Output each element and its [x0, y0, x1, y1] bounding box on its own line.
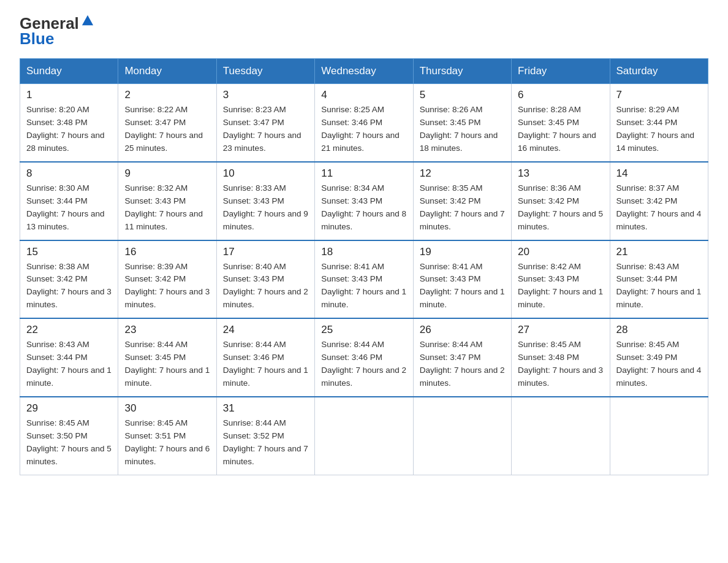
calendar-cell: 28 Sunrise: 8:45 AMSunset: 3:49 PMDaylig… — [610, 318, 708, 397]
calendar-cell: 27 Sunrise: 8:45 AMSunset: 3:48 PMDaylig… — [512, 318, 610, 397]
day-info: Sunrise: 8:22 AMSunset: 3:47 PMDaylight:… — [124, 104, 210, 155]
calendar-cell: 6 Sunrise: 8:28 AMSunset: 3:45 PMDayligh… — [512, 84, 610, 162]
day-info: Sunrise: 8:34 AMSunset: 3:43 PMDaylight:… — [321, 182, 406, 234]
day-info: Sunrise: 8:45 AMSunset: 3:50 PMDaylight:… — [26, 417, 112, 469]
day-number: 9 — [124, 167, 210, 180]
day-number: 21 — [616, 246, 702, 258]
calendar-cell: 18 Sunrise: 8:41 AMSunset: 3:43 PMDaylig… — [315, 240, 413, 319]
calendar-cell: 21 Sunrise: 8:43 AMSunset: 3:44 PMDaylig… — [610, 240, 708, 319]
day-info: Sunrise: 8:36 AMSunset: 3:42 PMDaylight:… — [518, 182, 603, 234]
day-number: 28 — [616, 324, 702, 336]
calendar-cell — [413, 397, 511, 475]
calendar-week-2: 8 Sunrise: 8:30 AMSunset: 3:44 PMDayligh… — [20, 162, 708, 240]
calendar-cell: 3 Sunrise: 8:23 AMSunset: 3:47 PMDayligh… — [216, 84, 314, 162]
day-number: 11 — [321, 167, 406, 180]
day-info: Sunrise: 8:45 AMSunset: 3:51 PMDaylight:… — [124, 417, 210, 469]
day-info: Sunrise: 8:44 AMSunset: 3:46 PMDaylight:… — [321, 339, 406, 390]
day-number: 3 — [223, 89, 308, 101]
calendar-cell — [315, 397, 413, 475]
day-info: Sunrise: 8:41 AMSunset: 3:43 PMDaylight:… — [321, 261, 406, 312]
day-number: 5 — [420, 89, 505, 101]
calendar-header-row: SundayMondayTuesdayWednesdayThursdayFrid… — [20, 59, 708, 84]
day-number: 30 — [124, 402, 210, 415]
day-number: 4 — [321, 89, 406, 101]
day-info: Sunrise: 8:25 AMSunset: 3:46 PMDaylight:… — [321, 104, 406, 155]
day-number: 2 — [124, 89, 210, 101]
day-number: 10 — [223, 167, 308, 180]
day-info: Sunrise: 8:32 AMSunset: 3:43 PMDaylight:… — [124, 182, 210, 234]
calendar-cell: 26 Sunrise: 8:44 AMSunset: 3:47 PMDaylig… — [413, 318, 511, 397]
calendar-cell: 9 Sunrise: 8:32 AMSunset: 3:43 PMDayligh… — [118, 162, 216, 240]
calendar-cell: 14 Sunrise: 8:37 AMSunset: 3:42 PMDaylig… — [610, 162, 708, 240]
day-info: Sunrise: 8:37 AMSunset: 3:42 PMDaylight:… — [616, 182, 702, 234]
day-info: Sunrise: 8:20 AMSunset: 3:48 PMDaylight:… — [26, 104, 112, 155]
day-info: Sunrise: 8:30 AMSunset: 3:44 PMDaylight:… — [26, 182, 112, 234]
calendar-cell: 4 Sunrise: 8:25 AMSunset: 3:46 PMDayligh… — [315, 84, 413, 162]
day-number: 24 — [223, 324, 308, 336]
day-number: 22 — [26, 324, 112, 336]
day-info: Sunrise: 8:44 AMSunset: 3:52 PMDaylight:… — [223, 417, 308, 469]
calendar-cell: 23 Sunrise: 8:44 AMSunset: 3:45 PMDaylig… — [118, 318, 216, 397]
day-info: Sunrise: 8:33 AMSunset: 3:43 PMDaylight:… — [223, 182, 308, 234]
col-header-thursday: Thursday — [413, 59, 511, 84]
day-info: Sunrise: 8:41 AMSunset: 3:43 PMDaylight:… — [420, 261, 505, 312]
day-info: Sunrise: 8:43 AMSunset: 3:44 PMDaylight:… — [616, 261, 702, 312]
day-number: 29 — [26, 402, 112, 415]
day-info: Sunrise: 8:44 AMSunset: 3:45 PMDaylight:… — [124, 339, 210, 390]
day-info: Sunrise: 8:26 AMSunset: 3:45 PMDaylight:… — [420, 104, 505, 155]
calendar-cell: 20 Sunrise: 8:42 AMSunset: 3:43 PMDaylig… — [512, 240, 610, 319]
logo-triangle-icon — [82, 14, 94, 26]
day-info: Sunrise: 8:38 AMSunset: 3:42 PMDaylight:… — [26, 261, 112, 312]
calendar-cell: 1 Sunrise: 8:20 AMSunset: 3:48 PMDayligh… — [20, 84, 118, 162]
day-info: Sunrise: 8:45 AMSunset: 3:48 PMDaylight:… — [518, 339, 603, 390]
calendar-cell: 30 Sunrise: 8:45 AMSunset: 3:51 PMDaylig… — [118, 397, 216, 475]
logo: General Blue — [20, 15, 94, 47]
page-header: General Blue — [20, 15, 708, 47]
calendar-cell: 29 Sunrise: 8:45 AMSunset: 3:50 PMDaylig… — [20, 397, 118, 475]
day-number: 12 — [420, 167, 505, 180]
day-info: Sunrise: 8:42 AMSunset: 3:43 PMDaylight:… — [518, 261, 603, 312]
calendar-cell: 10 Sunrise: 8:33 AMSunset: 3:43 PMDaylig… — [216, 162, 314, 240]
calendar-cell: 25 Sunrise: 8:44 AMSunset: 3:46 PMDaylig… — [315, 318, 413, 397]
day-number: 7 — [616, 89, 702, 101]
calendar-cell: 2 Sunrise: 8:22 AMSunset: 3:47 PMDayligh… — [118, 84, 216, 162]
col-header-saturday: Saturday — [610, 59, 708, 84]
day-number: 18 — [321, 246, 406, 258]
calendar-cell: 19 Sunrise: 8:41 AMSunset: 3:43 PMDaylig… — [413, 240, 511, 319]
day-number: 15 — [26, 246, 112, 258]
calendar-cell: 24 Sunrise: 8:44 AMSunset: 3:46 PMDaylig… — [216, 318, 314, 397]
day-number: 20 — [518, 246, 603, 258]
day-info: Sunrise: 8:43 AMSunset: 3:44 PMDaylight:… — [26, 339, 112, 390]
day-number: 17 — [223, 246, 308, 258]
calendar-cell: 13 Sunrise: 8:36 AMSunset: 3:42 PMDaylig… — [512, 162, 610, 240]
col-header-sunday: Sunday — [20, 59, 118, 84]
calendar-cell: 8 Sunrise: 8:30 AMSunset: 3:44 PMDayligh… — [20, 162, 118, 240]
day-number: 6 — [518, 89, 603, 101]
day-number: 19 — [420, 246, 505, 258]
day-number: 23 — [124, 324, 210, 336]
day-number: 14 — [616, 167, 702, 180]
calendar-week-4: 22 Sunrise: 8:43 AMSunset: 3:44 PMDaylig… — [20, 318, 708, 397]
calendar-cell: 16 Sunrise: 8:39 AMSunset: 3:42 PMDaylig… — [118, 240, 216, 319]
calendar-cell: 7 Sunrise: 8:29 AMSunset: 3:44 PMDayligh… — [610, 84, 708, 162]
day-number: 25 — [321, 324, 406, 336]
calendar-cell: 22 Sunrise: 8:43 AMSunset: 3:44 PMDaylig… — [20, 318, 118, 397]
calendar-cell — [512, 397, 610, 475]
day-info: Sunrise: 8:29 AMSunset: 3:44 PMDaylight:… — [616, 104, 702, 155]
col-header-tuesday: Tuesday — [216, 59, 314, 84]
day-info: Sunrise: 8:45 AMSunset: 3:49 PMDaylight:… — [616, 339, 702, 390]
day-number: 26 — [420, 324, 505, 336]
day-info: Sunrise: 8:44 AMSunset: 3:46 PMDaylight:… — [223, 339, 308, 390]
col-header-friday: Friday — [512, 59, 610, 84]
calendar-cell: 17 Sunrise: 8:40 AMSunset: 3:43 PMDaylig… — [216, 240, 314, 319]
calendar-cell: 15 Sunrise: 8:38 AMSunset: 3:42 PMDaylig… — [20, 240, 118, 319]
calendar-table: SundayMondayTuesdayWednesdayThursdayFrid… — [20, 58, 708, 475]
col-header-wednesday: Wednesday — [315, 59, 413, 84]
day-info: Sunrise: 8:40 AMSunset: 3:43 PMDaylight:… — [223, 261, 308, 312]
day-number: 8 — [26, 167, 112, 180]
calendar-cell: 11 Sunrise: 8:34 AMSunset: 3:43 PMDaylig… — [315, 162, 413, 240]
day-number: 31 — [223, 402, 308, 415]
svg-marker-0 — [82, 15, 93, 25]
day-info: Sunrise: 8:35 AMSunset: 3:42 PMDaylight:… — [420, 182, 505, 234]
calendar-cell: 31 Sunrise: 8:44 AMSunset: 3:52 PMDaylig… — [216, 397, 314, 475]
